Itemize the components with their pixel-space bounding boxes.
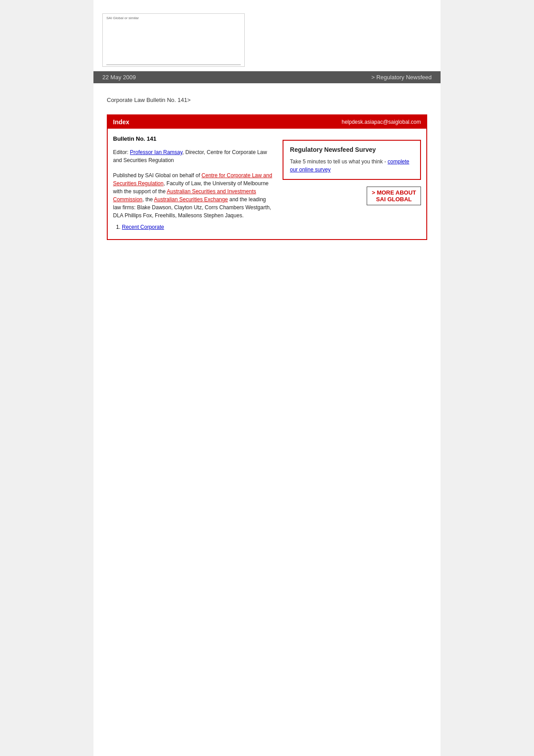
asx-link[interactable]: Australian Securities Exchange	[154, 196, 228, 203]
editor-link[interactable]: Professor Ian Ramsay	[130, 149, 182, 155]
logo-small-text: SAI Global or similar	[106, 16, 241, 20]
content-area: SAI Global or similar 22 May 2009 > Regu…	[93, 0, 441, 756]
logo-line	[106, 65, 241, 65]
index-right: Regulatory Newsfeed Survey Take 5 minute…	[283, 135, 421, 232]
sai-global-name: SAI GLOBAL	[372, 196, 416, 203]
date-bar-date: 22 May 2009	[102, 74, 136, 81]
bulletin-number: Bulletin No. 141	[113, 135, 274, 142]
sai-global-more: > MORE ABOUT	[372, 189, 416, 196]
logo-section: SAI Global or similar	[93, 0, 441, 71]
editor-name: Professor Ian Ramsay	[130, 149, 182, 155]
editor-section: Editor: Professor Ian Ramsay, Director, …	[113, 148, 274, 164]
main-content: Corporate Law Bulletin No. 141> Index he…	[93, 97, 441, 240]
index-header: Index helpdesk.asiapac@saiglobal.com	[108, 115, 426, 129]
list-item: Recent Corporate	[122, 224, 274, 230]
editor-prefix: Editor:	[113, 149, 130, 155]
numbered-list: Recent Corporate	[113, 224, 274, 230]
asx-link-text: Australian Securities Exchange	[154, 196, 228, 203]
regulatory-newsfeed-link[interactable]: > Regulatory Newsfeed	[371, 74, 432, 81]
sai-global-box: > MORE ABOUT SAI GLOBAL	[283, 187, 421, 205]
survey-box: Regulatory Newsfeed Survey Take 5 minute…	[283, 140, 421, 180]
index-email-link[interactable]: helpdesk.asiapac@saiglobal.com	[342, 119, 421, 125]
index-body: Bulletin No. 141 Editor: Professor Ian R…	[108, 129, 426, 239]
breadcrumb: Corporate Law Bulletin No. 141>	[107, 97, 427, 103]
index-left: Bulletin No. 141 Editor: Professor Ian R…	[113, 135, 283, 232]
logo-box: SAI Global or similar	[102, 13, 245, 67]
list-item-text: Recent Corporate	[122, 224, 164, 230]
published-section: Published by SAI Global on behalf of Cen…	[113, 171, 274, 219]
survey-title: Regulatory Newsfeed Survey	[290, 146, 413, 153]
sai-global-link[interactable]: > MORE ABOUT SAI GLOBAL	[367, 187, 421, 205]
page-container: SAI Global or similar 22 May 2009 > Regu…	[0, 0, 534, 756]
date-bar-separator: >	[371, 74, 376, 81]
asic-suffix: , the	[142, 196, 154, 203]
date-bar-link-text: Regulatory Newsfeed	[376, 74, 432, 81]
index-label: Index	[113, 118, 129, 126]
date-bar: 22 May 2009 > Regulatory Newsfeed	[93, 71, 441, 83]
survey-text: Take 5 minutes to tell us what you think…	[290, 158, 413, 174]
index-box: Index helpdesk.asiapac@saiglobal.com Bul…	[107, 114, 427, 240]
survey-text-prefix: Take 5 minutes to tell us what you think…	[290, 159, 388, 165]
list-item-link[interactable]: Recent Corporate	[122, 224, 164, 230]
published-by-text: Published by SAI Global on behalf of	[113, 172, 202, 179]
